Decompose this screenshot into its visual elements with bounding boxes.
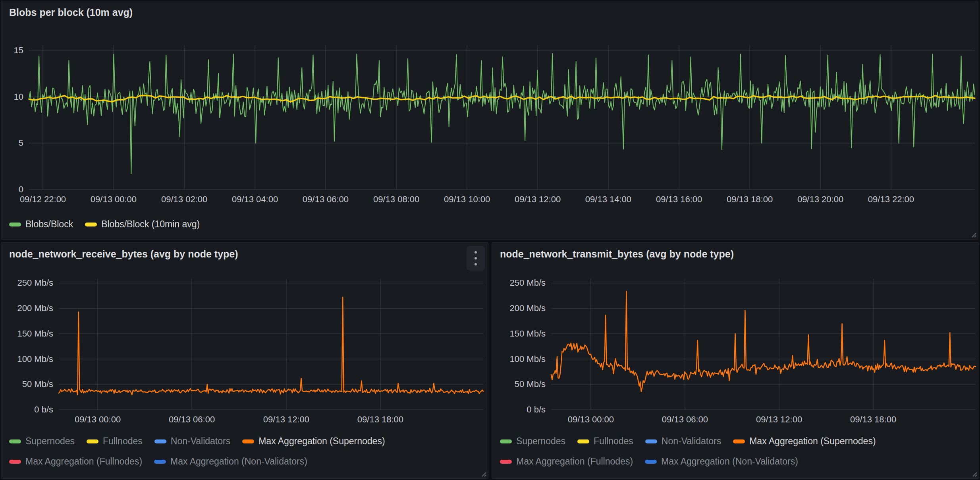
panel-title: node_network_transmit_bytes (avg by node…: [500, 248, 734, 260]
legend-item[interactable]: Max Aggregation (Fullnodes): [9, 456, 142, 467]
legend-item-label: Supernodes: [516, 436, 565, 447]
line-chart-svg: [59, 279, 483, 410]
legend-item[interactable]: Non-Validators: [645, 436, 721, 447]
legend-color-pill: [645, 460, 657, 464]
x-tick-label: 09/13 18:00: [357, 414, 403, 425]
y-tick-label: 50 Mb/s: [492, 379, 546, 389]
x-tick-label: 09/13 12:00: [756, 414, 802, 425]
y-tick-label: 150 Mb/s: [1, 329, 53, 339]
legend-color-pill: [9, 460, 21, 464]
legend-item[interactable]: Max Aggregation (Non-Validators): [645, 456, 798, 467]
y-tick-label: 250 Mb/s: [492, 278, 546, 288]
legend-color-pill: [85, 223, 97, 226]
legend-color-pill: [9, 223, 21, 226]
legend-item[interactable]: Blobs/Block: [9, 219, 73, 230]
legend-item-label: Max Aggregation (Non-Validators): [661, 456, 798, 467]
x-tick-label: 09/13 00:00: [91, 194, 137, 205]
x-tick-label: 09/13 10:00: [444, 194, 490, 205]
panel-resize-handle[interactable]: [969, 230, 977, 238]
kebab-dot-icon: [475, 251, 477, 254]
y-tick-label: 100 Mb/s: [492, 354, 546, 364]
legend-item-label: Non-Validators: [171, 436, 230, 447]
legend-item-label: Max Aggregation (Fullnodes): [516, 456, 633, 467]
y-tick-label: 0 b/s: [1, 405, 53, 415]
line-chart-svg: [29, 45, 975, 190]
x-tick-label: 09/13 22:00: [868, 194, 914, 205]
legend-item[interactable]: Fullnodes: [87, 436, 143, 447]
legend-item[interactable]: Supernodes: [500, 436, 565, 447]
line-chart-svg: [551, 279, 976, 410]
y-tick-label: 150 Mb/s: [492, 329, 546, 339]
y-tick-label: 50 Mb/s: [1, 379, 53, 389]
x-tick-label: 09/13 16:00: [656, 194, 702, 205]
chart-legend: SupernodesFullnodesNon-ValidatorsMax Agg…: [9, 436, 438, 467]
chart-legend: Blobs/BlockBlobs/Block (10min avg): [9, 219, 922, 230]
dashboard: Blobs per block (10m avg) Blobs/BlockBlo…: [0, 0, 980, 480]
y-tick-label: 250 Mb/s: [1, 278, 53, 288]
x-tick-label: 09/13 18:00: [850, 414, 896, 425]
kebab-dot-icon: [475, 263, 477, 265]
legend-color-pill: [87, 439, 98, 443]
y-tick-label: 200 Mb/s: [1, 303, 53, 314]
x-tick-label: 09/13 08:00: [373, 194, 419, 205]
panel-resize-handle[interactable]: [970, 469, 978, 477]
legend-color-pill: [242, 439, 254, 443]
y-tick-label: 0: [1, 184, 23, 195]
y-tick-label: 100 Mb/s: [1, 354, 53, 364]
panel-resize-handle[interactable]: [479, 469, 487, 477]
y-tick-label: 0 b/s: [492, 405, 546, 415]
series-line: [29, 54, 975, 174]
panel-menu-button[interactable]: [467, 246, 485, 271]
legend-item-label: Supernodes: [25, 436, 75, 447]
legend-color-pill: [500, 460, 512, 464]
legend-color-pill: [500, 439, 512, 443]
x-tick-label: 09/13 06:00: [169, 414, 215, 425]
legend-item[interactable]: Max Aggregation (Supernodes): [733, 436, 876, 447]
panel-title: Blobs per block (10m avg): [9, 7, 133, 18]
legend-item[interactable]: Supernodes: [9, 436, 75, 447]
x-tick-label: 09/13 00:00: [568, 414, 614, 425]
x-tick-label: 09/13 06:00: [303, 194, 349, 205]
legend-color-pill: [154, 439, 166, 443]
legend-item[interactable]: Fullnodes: [577, 436, 633, 447]
chart-plot-area[interactable]: [29, 45, 975, 190]
kebab-dot-icon: [475, 257, 477, 259]
x-tick-label: 09/13 12:00: [263, 414, 309, 425]
panel-title: node_network_receive_bytes (avg by node …: [9, 248, 238, 260]
legend-color-pill: [9, 439, 21, 443]
legend-item-label: Fullnodes: [594, 436, 633, 447]
legend-color-pill: [154, 460, 166, 464]
y-tick-label: 200 Mb/s: [492, 303, 546, 314]
series-line: [59, 297, 483, 395]
y-tick-label: 5: [1, 138, 23, 148]
legend-color-pill: [577, 439, 589, 443]
y-tick-label: 10: [1, 92, 23, 102]
legend-item-label: Fullnodes: [103, 436, 143, 447]
chart-legend: SupernodesFullnodesNon-ValidatorsMax Agg…: [500, 436, 929, 467]
chart-plot-area[interactable]: [59, 279, 483, 410]
x-tick-label: 09/12 22:00: [20, 194, 66, 205]
legend-color-pill: [645, 439, 657, 443]
legend-item-label: Max Aggregation (Fullnodes): [25, 456, 142, 467]
legend-item-label: Max Aggregation (Non-Validators): [170, 456, 307, 467]
x-tick-label: 09/13 14:00: [585, 194, 631, 205]
x-tick-label: 09/13 04:00: [232, 194, 278, 205]
legend-item[interactable]: Max Aggregation (Fullnodes): [500, 456, 633, 467]
legend-item[interactable]: Max Aggregation (Non-Validators): [154, 456, 307, 467]
legend-item-label: Blobs/Block: [25, 219, 73, 230]
legend-item-label: Max Aggregation (Supernodes): [259, 436, 385, 447]
chart-plot-area[interactable]: [551, 279, 976, 410]
legend-item[interactable]: Blobs/Block (10min avg): [85, 219, 200, 230]
panel-network-transmit: node_network_transmit_bytes (avg by node…: [492, 242, 979, 479]
panel-blobs-per-block: Blobs per block (10m avg) Blobs/BlockBlo…: [1, 1, 978, 240]
legend-item-label: Max Aggregation (Supernodes): [749, 436, 876, 447]
panel-network-receive: node_network_receive_bytes (avg by node …: [1, 242, 488, 479]
y-tick-label: 15: [1, 45, 23, 56]
x-tick-label: 09/13 12:00: [515, 194, 561, 205]
legend-color-pill: [733, 439, 745, 443]
legend-item[interactable]: Non-Validators: [154, 436, 230, 447]
x-tick-label: 09/13 00:00: [75, 414, 121, 425]
legend-item-label: Blobs/Block (10min avg): [101, 219, 200, 230]
legend-item[interactable]: Max Aggregation (Supernodes): [242, 436, 385, 447]
x-tick-label: 09/13 02:00: [161, 194, 207, 205]
